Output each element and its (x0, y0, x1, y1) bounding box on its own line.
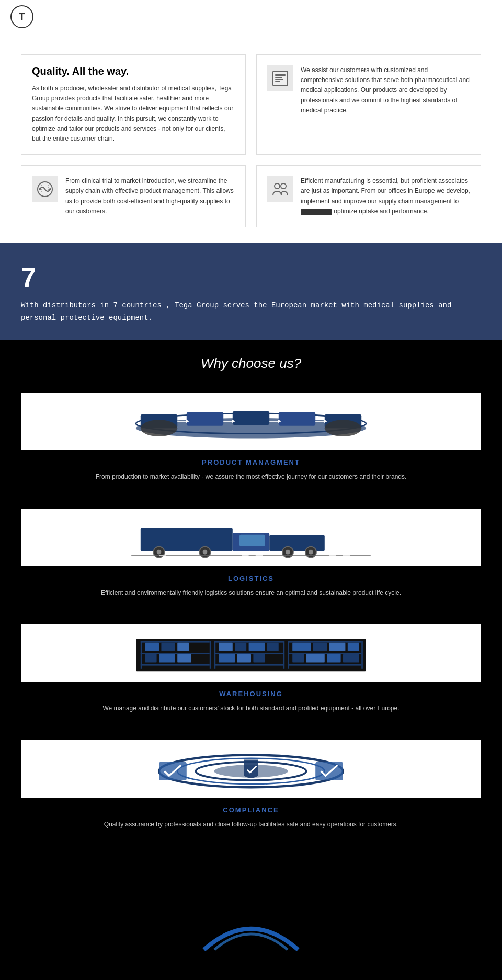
svg-rect-66 (253, 654, 265, 663)
svg-rect-79 (343, 654, 359, 663)
svg-rect-84 (159, 762, 187, 780)
svg-rect-48 (210, 641, 211, 669)
svg-rect-47 (141, 664, 210, 666)
warehousing-image (21, 624, 481, 682)
compliance-title: COMPLIANCE (21, 806, 481, 814)
quality-main-box: Quality. All the way. As both a producer… (21, 54, 246, 155)
svg-rect-15 (279, 412, 315, 426)
svg-rect-74 (329, 643, 346, 651)
svg-rect-46 (141, 653, 210, 654)
service-card-logistics: LOGISTICS Efficient and environmentally … (21, 509, 481, 598)
svg-point-8 (275, 183, 280, 189)
compliance-desc: Quality assurance by professionals and c… (21, 819, 481, 829)
logistics-image (21, 509, 481, 566)
pharma-text: We assist our customers with customized … (301, 65, 470, 116)
svg-point-17 (141, 420, 177, 437)
svg-point-36 (286, 550, 290, 555)
svg-point-6 (39, 188, 41, 190)
svg-rect-58 (214, 664, 283, 666)
svg-rect-56 (214, 641, 283, 643)
stats-number: 7 (21, 264, 481, 291)
svg-rect-60 (219, 643, 232, 651)
svg-rect-13 (187, 412, 223, 426)
svg-point-7 (49, 188, 51, 190)
service-card-product: PRODUCT MANAGMENT From production to mar… (21, 393, 481, 482)
svg-rect-14 (233, 411, 269, 425)
svg-rect-50 (161, 643, 175, 651)
svg-rect-64 (219, 654, 235, 663)
svg-rect-4 (275, 81, 280, 82)
warehousing-desc: We manage and distribute our customers' … (21, 703, 481, 713)
quality-card-pharma: We assist our customers with customized … (256, 54, 481, 155)
svg-rect-2 (275, 77, 282, 78)
svg-rect-73 (313, 643, 327, 651)
header: T (0, 0, 502, 33)
svg-rect-57 (214, 653, 283, 654)
svg-rect-0 (273, 71, 288, 86)
logistics-title: LOGISTICS (21, 574, 481, 582)
service-card-warehousing: WAREHOUSING We manage and distribute our… (21, 624, 481, 713)
stats-text: With distributors in 7 countries , Tega … (21, 299, 481, 325)
assoc-text: Efficient manufacturing is essential, bu… (301, 176, 470, 216)
pharma-icon (267, 65, 293, 91)
svg-rect-1 (275, 74, 286, 76)
svg-rect-61 (235, 643, 246, 651)
assoc-text-area: Efficient manufacturing is essential, bu… (301, 176, 470, 216)
quality-card-supply: From clinical trial to market introducti… (21, 165, 246, 227)
svg-rect-76 (292, 654, 304, 663)
bottom-arc (199, 903, 303, 955)
why-section: Why choose us? (0, 340, 502, 871)
svg-rect-27 (141, 528, 233, 551)
product-mgmt-title: PRODUCT MANAGMENT (21, 458, 481, 466)
compliance-image (21, 740, 481, 798)
svg-rect-3 (275, 79, 283, 80)
svg-point-34 (157, 550, 162, 555)
svg-rect-63 (267, 643, 279, 651)
pharma-text-area: We assist our customers with customized … (301, 65, 470, 116)
svg-rect-38 (239, 535, 265, 546)
svg-rect-71 (361, 641, 363, 669)
svg-rect-52 (145, 654, 157, 663)
quality-main-text: As both a producer, wholesaler and distr… (32, 84, 235, 144)
svg-point-37 (309, 550, 313, 555)
bottom-section (0, 871, 502, 965)
svg-rect-49 (145, 643, 159, 651)
svg-rect-59 (283, 641, 285, 669)
svg-rect-45 (141, 641, 210, 643)
svg-rect-54 (177, 654, 191, 663)
svg-rect-62 (249, 643, 265, 651)
svg-rect-69 (288, 653, 361, 654)
quality-grid: Quality. All the way. As both a producer… (21, 54, 481, 227)
product-mgmt-desc: From production to market availability -… (21, 471, 481, 482)
svg-point-35 (203, 550, 208, 555)
product-mgmt-image (21, 393, 481, 450)
quality-card-assoc: Efficient manufacturing is essential, bu… (256, 165, 481, 227)
svg-rect-85 (315, 762, 343, 780)
svg-rect-65 (237, 654, 251, 663)
stats-section: 7 With distributors in 7 countries , Teg… (0, 243, 502, 340)
svg-rect-68 (288, 641, 361, 643)
svg-rect-29 (269, 535, 325, 551)
svg-rect-70 (288, 664, 361, 666)
service-card-compliance: COMPLIANCE Quality assurance by professi… (21, 740, 481, 829)
svg-rect-51 (177, 643, 189, 651)
svg-point-18 (325, 420, 361, 437)
quality-title: Quality. All the way. (32, 65, 235, 77)
warehousing-title: WAREHOUSING (21, 690, 481, 698)
svg-rect-78 (327, 654, 340, 663)
supply-text: From clinical trial to market introducti… (65, 176, 235, 216)
svg-rect-72 (292, 643, 311, 651)
logo[interactable]: T (10, 5, 33, 28)
svg-point-9 (281, 183, 286, 189)
logistics-desc: Efficient and environmentally friendly l… (21, 587, 481, 598)
supply-icon (32, 176, 58, 202)
svg-rect-53 (159, 654, 175, 663)
assoc-icon (267, 176, 293, 202)
why-title: Why choose us? (21, 355, 481, 372)
supply-text-area: From clinical trial to market introducti… (65, 176, 235, 216)
quality-section: Quality. All the way. As both a producer… (0, 33, 502, 243)
svg-rect-75 (348, 643, 359, 651)
svg-rect-77 (306, 654, 325, 663)
